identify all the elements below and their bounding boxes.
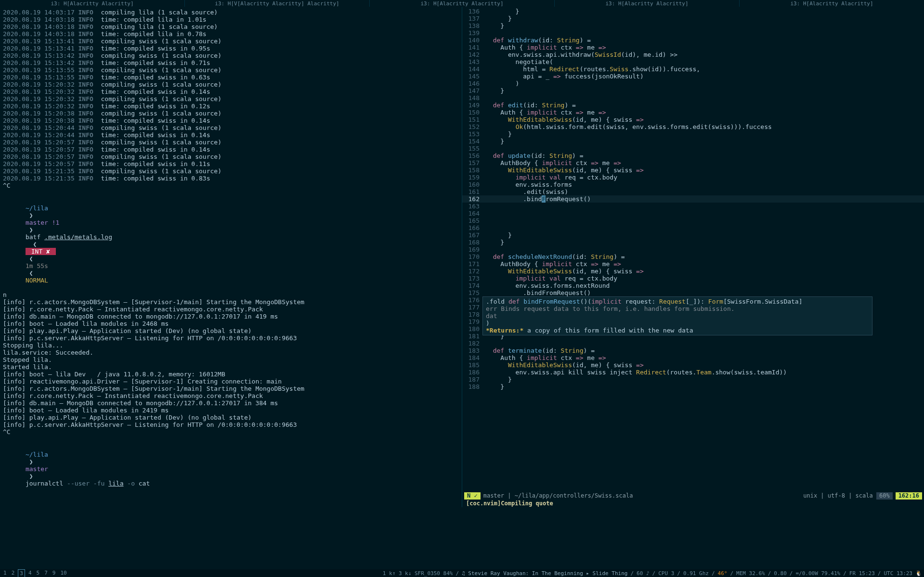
workspace-10[interactable]: 10 xyxy=(59,569,68,577)
code-editor[interactable]: 136 }137 }138 }139140 def withdraw(id: S… xyxy=(462,7,924,492)
code-line[interactable]: 148 xyxy=(462,94,924,102)
line-number: 157 xyxy=(462,159,485,167)
code-line[interactable]: 170 def scheduleNextRound(id: String) = xyxy=(462,253,924,260)
boot-line: [info] boot — lila Dev / java 11.0.8.0.2… xyxy=(3,371,459,378)
line-number: 179 xyxy=(462,318,485,325)
code-line[interactable]: 174 env.swiss.forms.nextRound xyxy=(462,282,924,289)
log-line: 2020.08.19 14:03:18 INFO compiling lila … xyxy=(3,23,459,30)
code-line[interactable]: 182 xyxy=(462,340,924,347)
code-line[interactable]: 136 } xyxy=(462,8,924,15)
left-terminal-pane[interactable]: 2020.08.19 14:03:17 INFO compiling lila … xyxy=(0,7,462,507)
code-line[interactable]: 152 Ok(html.swiss.form.edit(swiss, env.s… xyxy=(462,123,924,130)
workspace-7[interactable]: 7 xyxy=(43,569,49,577)
prompt-cmd: batf xyxy=(26,233,44,241)
code-line[interactable]: 141 Auth { implicit ctx => me => xyxy=(462,44,924,51)
workspace-5[interactable]: 5 xyxy=(35,569,41,577)
code-line[interactable]: 155 xyxy=(462,145,924,152)
code-line[interactable]: 149 def edit(id: String) = xyxy=(462,102,924,109)
workspace-9[interactable]: 9 xyxy=(51,569,57,577)
code-line[interactable]: 172 WithEditableSwiss(id, me) { swiss => xyxy=(462,268,924,275)
code-line[interactable]: 138 } xyxy=(462,22,924,29)
log-line: 2020.08.19 15:13:41 INFO time: compiled … xyxy=(3,45,459,52)
workspace-list[interactable]: 123457910 xyxy=(2,569,68,577)
line-number: 153 xyxy=(462,130,485,138)
code-line[interactable]: 159 implicit val req = ctx.body xyxy=(462,174,924,181)
code-line[interactable]: 188 } xyxy=(462,383,924,390)
line-number: 137 xyxy=(462,15,485,22)
code-line[interactable]: 160 env.swiss.forms xyxy=(462,181,924,188)
workspace-4[interactable]: 4 xyxy=(27,569,33,577)
code-line[interactable]: 154 } xyxy=(462,138,924,145)
code-line[interactable]: 157 AuthBody { implicit ctx => me => xyxy=(462,159,924,167)
code-line[interactable]: 156 def update(id: String) = xyxy=(462,152,924,159)
code-line[interactable]: 168 } xyxy=(462,239,924,246)
shell-prompt-1[interactable]: ~/lila ❯ master !1 ❯ batf .metals/metals… xyxy=(3,197,459,291)
editor-pane[interactable]: 136 }137 }138 }139140 def withdraw(id: S… xyxy=(462,7,924,507)
line-number: 155 xyxy=(462,145,485,152)
code-line[interactable]: 146 ) xyxy=(462,80,924,87)
code-line[interactable]: 183 def terminate(id: String) = xyxy=(462,347,924,354)
ac-signature[interactable]: .fold def bindFromRequest()(implicit req… xyxy=(486,298,869,305)
line-number: 161 xyxy=(462,188,485,195)
code-line[interactable]: 137 } xyxy=(462,15,924,22)
autocomplete-popup[interactable]: .fold def bindFromRequest()(implicit req… xyxy=(482,296,872,335)
code-line[interactable]: 185 WithEditableSwiss(id, me) { swiss => xyxy=(462,361,924,369)
ac-blank: ) xyxy=(486,320,869,327)
code-line[interactable]: 173 implicit val req = ctx.body xyxy=(462,275,924,282)
code-line[interactable]: 164 xyxy=(462,210,924,217)
boot-line: [info] boot — Loaded lila modules in 246… xyxy=(3,320,459,327)
workspace-2[interactable]: 2 xyxy=(10,569,16,577)
line-number: 151 xyxy=(462,116,485,123)
code-line[interactable]: 162 .bindFromRequest() xyxy=(462,195,924,203)
cpu-freq: 0.91 Ghz xyxy=(683,570,709,577)
code-line[interactable]: 142 env.swiss.api.withdraw(SwissId(id), … xyxy=(462,51,924,58)
code-line[interactable]: 144 html = Redirect(routes.Swiss.show(id… xyxy=(462,65,924,73)
code-line[interactable]: 165 xyxy=(462,217,924,224)
tux-icon: 🐧 xyxy=(915,570,922,577)
code-line[interactable]: 163 xyxy=(462,203,924,210)
line-number: 178 xyxy=(462,311,485,318)
code-line[interactable]: 187 } xyxy=(462,376,924,383)
line-number: 184 xyxy=(462,354,485,361)
ac-doc-line: dat xyxy=(486,312,869,320)
code-line[interactable]: 184 Auth { implicit ctx => me => xyxy=(462,354,924,361)
line-number: 158 xyxy=(462,167,485,174)
line-number: 136 xyxy=(462,8,485,15)
code-line[interactable]: 158 WithEditableSwiss(id, me) { swiss => xyxy=(462,167,924,174)
shell-prompt-2[interactable]: ~/lila ❯ master ❯ journalctl --user -fu … xyxy=(3,444,459,494)
boot-line: [info] boot — Loaded lila modules in 241… xyxy=(3,407,459,414)
code-line[interactable]: 140 def withdraw(id: String) = xyxy=(462,37,924,44)
code-line[interactable]: 153 } xyxy=(462,130,924,138)
boot-line: [info] r.core.netty.Pack — Instantiated … xyxy=(3,306,459,313)
status-percent: 60% xyxy=(876,492,893,500)
prompt-dir: ~/lila xyxy=(26,205,48,212)
i3-status-bar: 123457910 1 k↑ 3 k↓ SFR_0350 84% / ♫ Ste… xyxy=(0,569,924,577)
line-number: 139 xyxy=(462,29,485,37)
boot-line: [info] db.main — MongoDB connected to mo… xyxy=(3,399,459,407)
line-number: 177 xyxy=(462,304,485,311)
code-line[interactable]: 166 xyxy=(462,224,924,231)
code-line[interactable]: 169 xyxy=(462,246,924,253)
code-line[interactable]: 171 AuthBody { implicit ctx => me => xyxy=(462,260,924,268)
code-line[interactable]: 139 xyxy=(462,29,924,37)
code-line[interactable]: 147 } xyxy=(462,87,924,94)
battery-status: =/0.00W 79.41% xyxy=(795,570,840,577)
code-line[interactable]: 151 WithEditableSwiss(id, me) { swiss => xyxy=(462,116,924,123)
workspace-1[interactable]: 1 xyxy=(2,569,8,577)
code-line[interactable]: 150 Auth { implicit ctx => me => xyxy=(462,109,924,116)
code-line[interactable]: 167 } xyxy=(462,231,924,239)
line-number: 147 xyxy=(462,87,485,94)
code-line[interactable]: 175 .bindFromRequest() xyxy=(462,289,924,296)
code-line[interactable]: 145 api = _ => fuccess(jsonOkResult) xyxy=(462,73,924,80)
code-line[interactable]: 161 .edit(swiss) xyxy=(462,188,924,195)
code-line[interactable]: 186 env.swiss.api kill swiss inject Redi… xyxy=(462,369,924,376)
log-line: 2020.08.19 15:20:44 INFO compiling swiss… xyxy=(3,124,459,131)
log-line: 2020.08.19 15:20:38 INFO time: compiled … xyxy=(3,117,459,124)
line-number: 187 xyxy=(462,376,485,383)
code-line[interactable]: 143 negotiate( xyxy=(462,58,924,65)
line-number: 172 xyxy=(462,268,485,275)
workspace-3[interactable]: 3 xyxy=(18,569,25,577)
status-filetype: unix | utf-8 | scala xyxy=(803,492,876,500)
boot-line: [info] p.c.server.AkkaHttpServer — Liste… xyxy=(3,334,459,342)
blank xyxy=(3,436,459,443)
